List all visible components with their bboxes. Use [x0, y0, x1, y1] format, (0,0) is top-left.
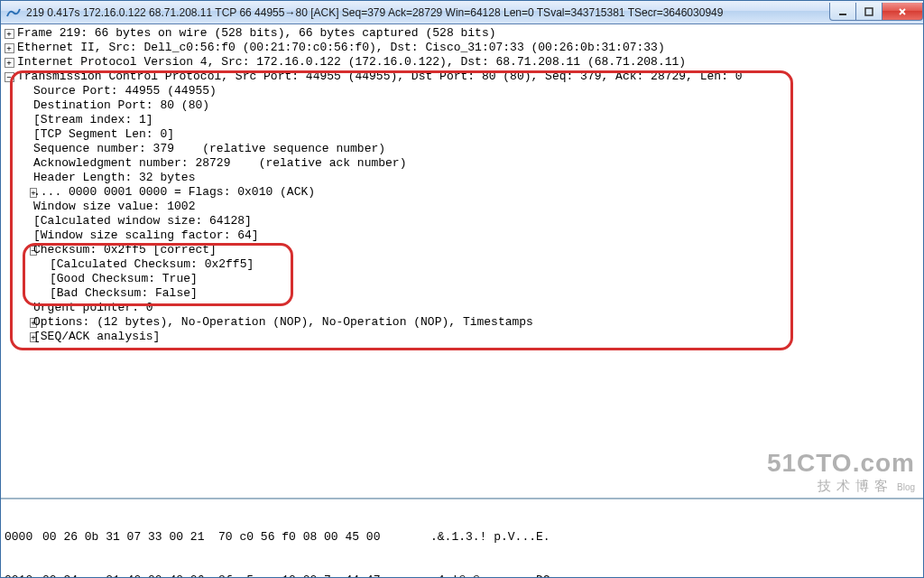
tcp-seq-ack-analysis[interactable]: [SEQ/ACK analysis] — [1, 330, 923, 344]
tcp-segment-len[interactable]: [TCP Segment Len: 0] — [1, 127, 923, 142]
tcp-header-len[interactable]: Header Length: 32 bytes — [1, 171, 923, 185]
tcp-checksum[interactable]: Checksum: 0x2ff5 [correct] — [1, 243, 923, 257]
tcp-calc-window[interactable]: [Calculated window size: 64128] — [1, 214, 923, 228]
expand-icon[interactable] — [17, 330, 33, 344]
tcp-options[interactable]: Options: (12 bytes), No-Operation (NOP),… — [1, 315, 923, 330]
tcp-ack-num[interactable]: Acknowledgment number: 28729 (relative a… — [1, 156, 923, 171]
wireshark-icon — [6, 5, 21, 20]
ip-summary: Internet Protocol Version 4, Src: 172.16… — [17, 55, 686, 70]
tcp-summary: Transmission Control Protocol, Src Port:… — [17, 70, 743, 84]
collapse-icon[interactable] — [17, 243, 33, 257]
ethernet-summary: Ethernet II, Src: Dell_c0:56:f0 (00:21:7… — [17, 41, 665, 55]
ip-node[interactable]: Internet Protocol Version 4, Src: 172.16… — [1, 55, 923, 70]
tcp-dst-port[interactable]: Destination Port: 80 (80) — [1, 98, 923, 113]
tcp-window-scale[interactable]: [Window size scaling factor: 64] — [1, 228, 923, 243]
svg-rect-0 — [839, 14, 846, 15]
tcp-window-size[interactable]: Window size value: 1002 — [1, 200, 923, 214]
expand-icon[interactable] — [17, 185, 33, 200]
tcp-flags[interactable]: .... 0000 0001 0000 = Flags: 0x010 (ACK) — [1, 185, 923, 200]
packet-details-pane[interactable]: Frame 219: 66 bytes on wire (528 bits), … — [1, 24, 923, 499]
tcp-src-port[interactable]: Source Port: 44955 (44955) — [1, 84, 923, 98]
minimize-button[interactable] — [829, 3, 856, 21]
collapse-icon[interactable] — [1, 70, 17, 84]
hex-row[interactable]: 001000 34 ea 21 40 00 40 06 8f c5 ac 10 … — [5, 573, 919, 577]
tcp-stream-index[interactable]: [Stream index: 1] — [1, 113, 923, 127]
expand-icon[interactable] — [1, 55, 17, 70]
ethernet-node[interactable]: Ethernet II, Src: Dell_c0:56:f0 (00:21:7… — [1, 41, 923, 55]
svg-rect-1 — [865, 8, 873, 15]
tcp-good-checksum[interactable]: [Good Checksum: True] — [1, 272, 923, 286]
expand-icon[interactable] — [17, 315, 33, 330]
frame-node[interactable]: Frame 219: 66 bytes on wire (528 bits), … — [1, 26, 923, 41]
tcp-bad-checksum[interactable]: [Bad Checksum: False] — [1, 286, 923, 301]
titlebar[interactable]: 219 0.417s 172.16.0.122 68.71.208.11 TCP… — [1, 1, 923, 24]
frame-summary: Frame 219: 66 bytes on wire (528 bits), … — [17, 26, 496, 41]
expand-icon[interactable] — [1, 41, 17, 55]
tcp-seq-num[interactable]: Sequence number: 379 (relative sequence … — [1, 142, 923, 156]
tcp-node[interactable]: Transmission Control Protocol, Src Port:… — [1, 70, 923, 84]
wireshark-packet-window: 219 0.417s 172.16.0.122 68.71.208.11 TCP… — [0, 0, 924, 578]
close-button[interactable] — [882, 3, 923, 21]
hex-dump-pane[interactable]: 000000 26 0b 31 07 33 00 21 70 c0 56 f0 … — [1, 499, 923, 577]
window-title: 219 0.417s 172.16.0.122 68.71.208.11 TCP… — [26, 6, 830, 19]
window-controls — [830, 3, 923, 21]
hex-row[interactable]: 000000 26 0b 31 07 33 00 21 70 c0 56 f0 … — [5, 530, 919, 545]
tcp-calc-checksum[interactable]: [Calculated Checksum: 0x2ff5] — [1, 257, 923, 272]
expand-icon[interactable] — [1, 26, 17, 41]
maximize-button[interactable] — [855, 3, 882, 21]
tcp-urgent-ptr[interactable]: Urgent pointer: 0 — [1, 301, 923, 315]
